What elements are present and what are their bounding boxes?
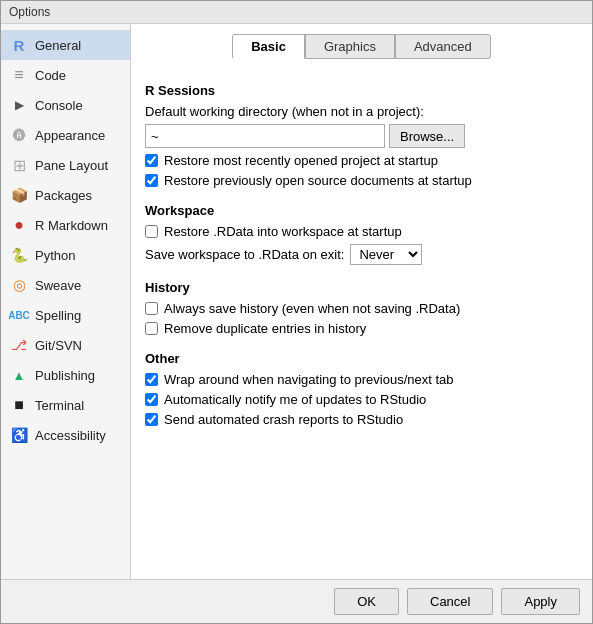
sidebar-item-appearance[interactable]: 🅐Appearance [1,120,130,150]
save-workspace-row: Save workspace to .RData on exit: Never … [145,244,578,265]
sidebar-item-code[interactable]: ≡Code [1,60,130,90]
sidebar-label-pane-layout: Pane Layout [35,158,108,173]
packages-icon: 📦 [9,185,29,205]
python-icon: 🐍 [9,245,29,265]
sidebar-item-spelling[interactable]: ABCSpelling [1,300,130,330]
restore-source-checkbox[interactable] [145,174,158,187]
restore-project-checkbox[interactable] [145,154,158,167]
sidebar-item-publishing[interactable]: ▲Publishing [1,360,130,390]
code-icon: ≡ [9,65,29,85]
remove-duplicates-row: Remove duplicate entries in history [145,321,578,336]
remove-duplicates-checkbox[interactable] [145,322,158,335]
sidebar-label-general: General [35,38,81,53]
default-dir-label: Default working directory (when not in a… [145,104,424,119]
general-icon: R [9,35,29,55]
sidebar-label-code: Code [35,68,66,83]
content-area: RGeneral≡Code▶Console🅐Appearance⊞Pane La… [1,24,592,579]
appearance-icon: 🅐 [9,125,29,145]
sidebar-label-git-svn: Git/SVN [35,338,82,353]
crash-reports-row: Send automated crash reports to RStudio [145,412,578,427]
tabs: BasicGraphicsAdvanced [145,34,578,59]
auto-notify-row: Automatically notify me of updates to RS… [145,392,578,407]
ok-button[interactable]: OK [334,588,399,615]
default-dir-row: Default working directory (when not in a… [145,104,578,119]
auto-notify-label: Automatically notify me of updates to RS… [164,392,426,407]
sidebar-label-accessibility: Accessibility [35,428,106,443]
tab-basic[interactable]: Basic [232,34,305,59]
restore-source-label: Restore previously open source documents… [164,173,472,188]
sidebar-label-publishing: Publishing [35,368,95,383]
pane-layout-icon: ⊞ [9,155,29,175]
sidebar-item-sweave[interactable]: ◎Sweave [1,270,130,300]
crash-reports-checkbox[interactable] [145,413,158,426]
accessibility-icon: ♿ [9,425,29,445]
options-window: Options RGeneral≡Code▶Console🅐Appearance… [0,0,593,624]
sidebar-item-console[interactable]: ▶Console [1,90,130,120]
restore-project-row: Restore most recently opened project at … [145,153,578,168]
sidebar-label-spelling: Spelling [35,308,81,323]
spelling-icon: ABC [9,305,29,325]
sweave-icon: ◎ [9,275,29,295]
sidebar-label-sweave: Sweave [35,278,81,293]
restore-rdata-row: Restore .RData into workspace at startup [145,224,578,239]
tab-graphics[interactable]: Graphics [305,34,395,59]
git-svn-icon: ⎇ [9,335,29,355]
sidebar-item-r-markdown[interactable]: ●R Markdown [1,210,130,240]
sidebar-item-general[interactable]: RGeneral [1,30,130,60]
auto-notify-checkbox[interactable] [145,393,158,406]
sidebar-item-packages[interactable]: 📦Packages [1,180,130,210]
wrap-around-row: Wrap around when navigating to previous/… [145,372,578,387]
r-markdown-icon: ● [9,215,29,235]
sidebar-label-python: Python [35,248,75,263]
sidebar-item-terminal[interactable]: ■Terminal [1,390,130,420]
sidebar-label-terminal: Terminal [35,398,84,413]
r-sessions-title: R Sessions [145,83,578,98]
restore-project-label: Restore most recently opened project at … [164,153,438,168]
default-dir-input-row: Browse... [145,124,578,148]
crash-reports-label: Send automated crash reports to RStudio [164,412,403,427]
wrap-around-label: Wrap around when navigating to previous/… [164,372,454,387]
tab-advanced[interactable]: Advanced [395,34,491,59]
footer: OK Cancel Apply [1,579,592,623]
console-icon: ▶ [9,95,29,115]
sidebar: RGeneral≡Code▶Console🅐Appearance⊞Pane La… [1,24,131,579]
sidebar-label-appearance: Appearance [35,128,105,143]
main-panel: BasicGraphicsAdvanced R Sessions Default… [131,24,592,579]
terminal-icon: ■ [9,395,29,415]
other-title: Other [145,351,578,366]
remove-duplicates-label: Remove duplicate entries in history [164,321,366,336]
apply-button[interactable]: Apply [501,588,580,615]
workspace-title: Workspace [145,203,578,218]
always-save-history-label: Always save history (even when not savin… [164,301,460,316]
browse-button[interactable]: Browse... [389,124,465,148]
wrap-around-checkbox[interactable] [145,373,158,386]
restore-source-row: Restore previously open source documents… [145,173,578,188]
cancel-button[interactable]: Cancel [407,588,493,615]
save-workspace-label: Save workspace to .RData on exit: [145,247,344,262]
always-save-history-checkbox[interactable] [145,302,158,315]
title-bar: Options [1,1,592,24]
always-save-history-row: Always save history (even when not savin… [145,301,578,316]
sidebar-label-packages: Packages [35,188,92,203]
default-dir-input[interactable] [145,124,385,148]
sidebar-label-console: Console [35,98,83,113]
sidebar-label-r-markdown: R Markdown [35,218,108,233]
restore-rdata-label: Restore .RData into workspace at startup [164,224,402,239]
sidebar-item-git-svn[interactable]: ⎇Git/SVN [1,330,130,360]
publishing-icon: ▲ [9,365,29,385]
history-title: History [145,280,578,295]
window-title: Options [9,5,50,19]
sidebar-item-python[interactable]: 🐍Python [1,240,130,270]
restore-rdata-checkbox[interactable] [145,225,158,238]
save-workspace-select[interactable]: Never Always Ask [350,244,422,265]
sidebar-item-accessibility[interactable]: ♿Accessibility [1,420,130,450]
sidebar-item-pane-layout[interactable]: ⊞Pane Layout [1,150,130,180]
